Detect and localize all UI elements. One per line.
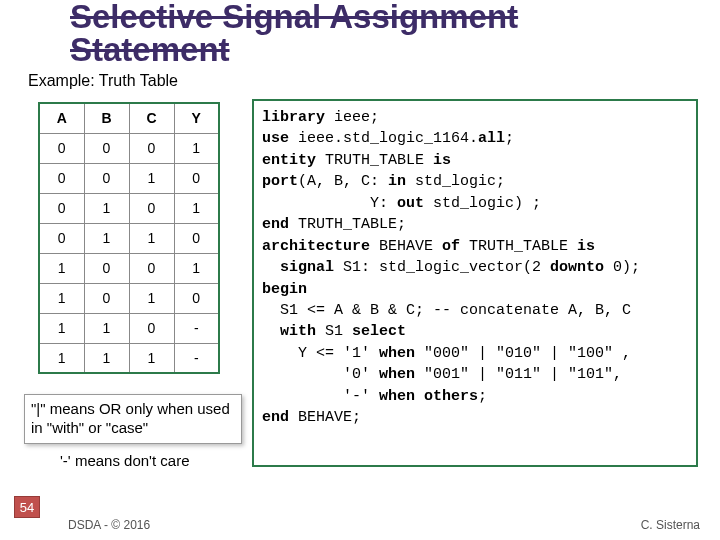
footer-right: C. Sisterna xyxy=(641,518,700,532)
title-line1: Selective Signal Assignment xyxy=(70,0,518,35)
table-row: 0110 xyxy=(39,223,219,253)
table-row: 0001 xyxy=(39,133,219,163)
col-a: A xyxy=(39,103,84,133)
example-subtitle: Example: Truth Table xyxy=(28,72,178,90)
table-row: 111- xyxy=(39,343,219,373)
note-or-pipe: "|" means OR only when used in "with" or… xyxy=(24,394,242,444)
truth-table: A B C Y 0001 0010 0101 0110 1001 1010 11… xyxy=(38,102,220,374)
col-b: B xyxy=(84,103,129,133)
footer-left: DSDA - © 2016 xyxy=(68,518,150,532)
col-c: C xyxy=(129,103,174,133)
table-header-row: A B C Y xyxy=(39,103,219,133)
table-row: 1001 xyxy=(39,253,219,283)
note-dont-care: '-' means don't care xyxy=(60,452,190,469)
col-y: Y xyxy=(174,103,219,133)
table-row: 110- xyxy=(39,313,219,343)
table-row: 0101 xyxy=(39,193,219,223)
table-row: 0010 xyxy=(39,163,219,193)
slide-title: Selective Signal Assignment Statement xyxy=(70,0,518,66)
vhdl-code-box: library ieee; use ieee.std_logic_1164.al… xyxy=(252,99,698,467)
page-number: 54 xyxy=(14,496,40,518)
title-line2: Statement xyxy=(70,33,518,66)
table-row: 1010 xyxy=(39,283,219,313)
